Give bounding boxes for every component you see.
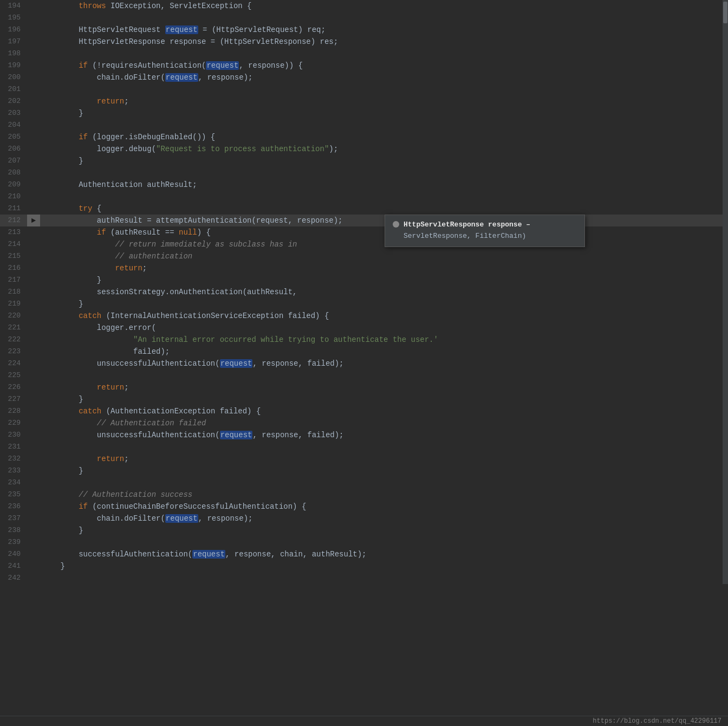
- code-line: 230 unsuccessfulAuthentication(request, …: [0, 429, 728, 441]
- line-number: 213: [0, 226, 27, 238]
- line-number: 221: [0, 322, 27, 334]
- line-number: 197: [0, 36, 27, 48]
- line-number: 242: [0, 572, 27, 584]
- line-content: return;: [40, 381, 728, 393]
- arrow-indicator: [27, 393, 40, 405]
- code-line: 198: [0, 48, 728, 60]
- line-number: 232: [0, 453, 27, 465]
- code-line: 239: [0, 536, 728, 548]
- line-content: // Authentication success: [40, 489, 728, 501]
- code-line: 197 HttpServletResponse response = (Http…: [0, 36, 728, 48]
- line-number: 235: [0, 489, 27, 501]
- arrow-indicator: [27, 322, 40, 334]
- line-content: unsuccessfulAuthentication(request, resp…: [40, 429, 728, 441]
- code-line: 224 unsuccessfulAuthentication(request, …: [0, 358, 728, 370]
- line-content: }: [40, 393, 728, 405]
- line-content: }: [40, 274, 728, 286]
- arrow-indicator: [27, 477, 40, 489]
- line-number: 240: [0, 548, 27, 560]
- line-content: chain.doFilter(request, response);: [40, 72, 728, 83]
- scrollbar[interactable]: [723, 0, 728, 584]
- line-number: 201: [0, 83, 27, 95]
- line-content: [40, 48, 728, 60]
- code-line: 227 }: [0, 393, 728, 405]
- line-content: [40, 119, 728, 131]
- code-line: 213 if (authResult == null) {: [0, 226, 728, 238]
- line-number: 224: [0, 358, 27, 370]
- arrow-indicator: [27, 191, 40, 203]
- line-number: 218: [0, 286, 27, 298]
- arrow-indicator: [27, 381, 40, 393]
- code-line: 209 Authentication authResult;: [0, 179, 728, 191]
- code-line: 241 }: [0, 560, 728, 572]
- line-content: authResult = attemptAuthentication(reque…: [40, 215, 728, 226]
- arrow-indicator: [27, 489, 40, 501]
- line-number: 226: [0, 381, 27, 393]
- line-content: [40, 536, 728, 548]
- code-line: 219 }: [0, 298, 728, 310]
- line-content: HttpServletRequest request = (HttpServle…: [40, 24, 728, 36]
- line-number: 210: [0, 191, 27, 203]
- arrow-indicator: [27, 274, 40, 286]
- line-content: failed);: [40, 346, 728, 358]
- line-number: 207: [0, 155, 27, 167]
- arrow-indicator: [27, 286, 40, 298]
- arrow-indicator: [27, 143, 40, 155]
- line-number: 222: [0, 334, 27, 346]
- arrow-indicator: [27, 250, 40, 262]
- code-line: 206 logger.debug("Request is to process …: [0, 143, 728, 155]
- line-number: 233: [0, 465, 27, 477]
- arrow-indicator: [27, 417, 40, 429]
- arrow-indicator: [27, 155, 40, 167]
- line-content: try {: [40, 203, 728, 215]
- code-line: 201: [0, 83, 728, 95]
- code-line: 229 // Authentication failed: [0, 417, 728, 429]
- code-line: 231: [0, 441, 728, 453]
- arrow-indicator: [27, 203, 40, 215]
- line-content: if (!requiresAuthentication(request, res…: [40, 60, 728, 72]
- code-line: 234: [0, 477, 728, 489]
- arrow-indicator: [27, 36, 40, 48]
- arrow-indicator: [27, 548, 40, 560]
- arrow-indicator: [27, 405, 40, 417]
- code-line: 242: [0, 572, 728, 584]
- line-content: [40, 12, 728, 24]
- code-line: 221 logger.error(: [0, 322, 728, 334]
- arrow-indicator: [27, 346, 40, 358]
- code-line: 215 // authentication: [0, 250, 728, 262]
- arrow-indicator: [27, 370, 40, 381]
- arrow-indicator: [27, 83, 40, 95]
- line-number: 223: [0, 346, 27, 358]
- line-number: 214: [0, 238, 27, 250]
- arrow-indicator: [27, 131, 40, 143]
- line-number: 238: [0, 524, 27, 536]
- arrow-indicator: [27, 107, 40, 119]
- code-line: 199 if (!requiresAuthentication(request,…: [0, 60, 728, 72]
- line-number: 237: [0, 513, 27, 524]
- line-number: 208: [0, 167, 27, 179]
- line-content: Authentication authResult;: [40, 179, 728, 191]
- scrollbar-thumb[interactable]: [723, 2, 727, 23]
- tooltip-popup: HttpServletResponse response – ServletRe…: [385, 215, 585, 247]
- code-editor: 194 throws IOException, ServletException…: [0, 0, 728, 584]
- line-content: [40, 441, 728, 453]
- code-line: 232 return;: [0, 453, 728, 465]
- line-content: [40, 572, 728, 584]
- arrow-indicator: [27, 226, 40, 238]
- code-line: 226 return;: [0, 381, 728, 393]
- arrow-indicator: [27, 95, 40, 107]
- line-number: 219: [0, 298, 27, 310]
- line-number: 195: [0, 12, 27, 24]
- arrow-indicator: [27, 24, 40, 36]
- line-number: 199: [0, 60, 27, 72]
- arrow-indicator: [27, 262, 40, 274]
- line-number: 212: [0, 215, 27, 226]
- line-content: [40, 167, 728, 179]
- code-line: 218 sessionStrategy.onAuthentication(aut…: [0, 286, 728, 298]
- line-number: 206: [0, 143, 27, 155]
- line-content: }: [40, 298, 728, 310]
- code-line: 207 }: [0, 155, 728, 167]
- arrow-indicator: [27, 167, 40, 179]
- code-line: 205 if (logger.isDebugEnabled()) {: [0, 131, 728, 143]
- line-number: 204: [0, 119, 27, 131]
